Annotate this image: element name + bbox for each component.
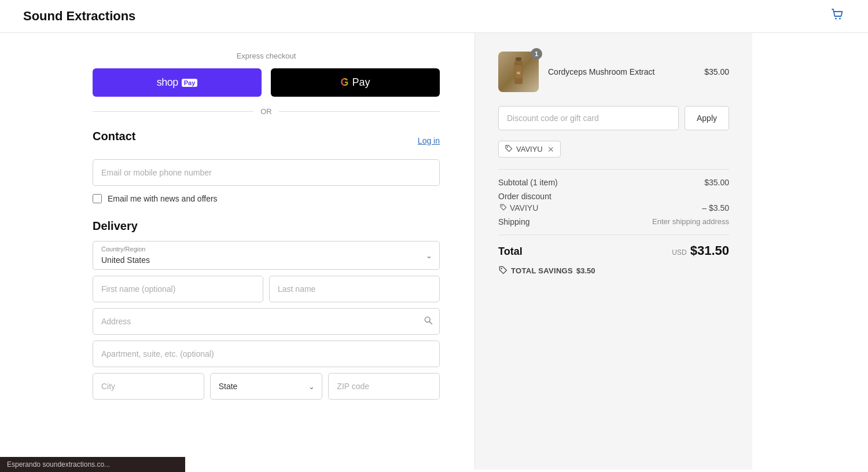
contact-section: Contact Log in Email me with news and of… [93, 130, 440, 203]
newsletter-checkbox[interactable] [93, 194, 102, 203]
order-discount-label: Order discount [498, 192, 551, 201]
address-row [93, 308, 440, 335]
summary-section: Subtotal (1 item) $35.00 Order discount … [498, 169, 729, 276]
city-state-zip-row: State ⌄ [93, 373, 440, 405]
discount-code-input[interactable] [498, 106, 679, 130]
shop-pay-button[interactable]: shop Pay [93, 68, 262, 97]
vaviyu-discount-row: VAVIYU – $3.50 [498, 203, 729, 213]
delivery-section: Delivery Country/Region United States ⌄ [93, 219, 440, 405]
google-pay-button[interactable]: G Pay [271, 68, 440, 97]
product-price: $35.00 [704, 67, 729, 76]
svg-point-1 [839, 18, 841, 20]
country-select-wrapper: Country/Region United States ⌄ [93, 241, 440, 270]
newsletter-label: Email me with news and offers [108, 194, 218, 203]
google-pay-text: Pay [352, 76, 370, 89]
checkout-form-panel: Express checkout shop Pay G Pay OR Conta… [0, 33, 475, 470]
total-label: Total [498, 246, 523, 258]
svg-point-8 [507, 147, 508, 148]
shop-pay-shop-text: shop [157, 76, 178, 89]
address-input[interactable] [93, 308, 440, 335]
apply-button[interactable]: Apply [685, 106, 729, 130]
vaviyu-label: VAVIYU [499, 203, 538, 213]
contact-title: Contact [93, 130, 135, 143]
svg-point-10 [501, 268, 502, 269]
product-info: Cordyceps Mushroom Extract [548, 67, 695, 76]
shop-pay-badge: Pay [182, 79, 198, 87]
subtotal-row: Subtotal (1 item) $35.00 [498, 178, 729, 187]
zip-input[interactable] [328, 373, 440, 400]
last-name-row [269, 276, 440, 302]
total-savings-row: TOTAL SAVINGS $3.50 [498, 265, 729, 276]
vaviyu-tag-icon [499, 203, 507, 213]
subtotal-label: Subtotal (1 item) [498, 178, 558, 187]
svg-rect-4 [516, 57, 521, 61]
product-name: Cordyceps Mushroom Extract [548, 67, 695, 76]
savings-amount: $3.50 [576, 266, 595, 275]
shipping-value: Enter shipping address [652, 217, 729, 226]
status-bar: Esperando soundextractions.co... [0, 457, 185, 470]
discount-amount: – $3.50 [702, 203, 729, 213]
order-summary-panel: SE 1 Cordyceps Mushroom Extract $35.00 A… [475, 33, 752, 470]
product-image-wrap: SE 1 [498, 52, 539, 92]
cart-button[interactable] [830, 7, 845, 25]
email-input-row [93, 159, 440, 186]
subtotal-value: $35.00 [704, 178, 729, 187]
contact-section-header: Contact Log in [93, 130, 440, 151]
bottle-icon: SE [510, 57, 527, 86]
discount-code-row: Apply [498, 106, 729, 130]
svg-text:SE: SE [517, 71, 521, 75]
city-input[interactable] [93, 373, 204, 400]
tag-icon [505, 144, 513, 154]
svg-point-9 [502, 206, 503, 207]
site-header: Sound Extractions [0, 0, 868, 33]
delivery-title: Delivery [93, 219, 440, 233]
total-amount-wrap: USD $31.50 [672, 243, 729, 258]
usd-label: USD [672, 248, 686, 257]
savings-label: TOTAL SAVINGS [511, 266, 573, 275]
express-checkout-section: Express checkout shop Pay G Pay OR [93, 52, 440, 116]
country-label: Country/Region [101, 246, 145, 253]
status-bar-text: Esperando soundextractions.co... [7, 460, 110, 469]
apartment-input[interactable] [93, 341, 440, 367]
email-input[interactable] [93, 159, 440, 186]
first-name-row [93, 276, 263, 302]
google-pay-g: G [340, 76, 348, 89]
total-amount: $31.50 [690, 243, 729, 258]
main-layout: Express checkout shop Pay G Pay OR Conta… [0, 33, 868, 470]
last-name-input[interactable] [269, 276, 440, 302]
vaviyu-code-label: VAVIYU [510, 203, 538, 213]
svg-point-0 [835, 18, 837, 20]
state-select-wrapper: State ⌄ [210, 373, 323, 400]
log-in-button[interactable]: Log in [418, 136, 440, 145]
state-select[interactable]: State [211, 374, 322, 399]
total-row: Total USD $31.50 [498, 235, 729, 258]
coupon-tag: VAVIYU ✕ [498, 141, 561, 158]
product-badge-count: 1 [531, 48, 542, 60]
newsletter-row: Email me with news and offers [93, 194, 440, 203]
express-buttons-row: shop Pay G Pay [93, 68, 440, 97]
first-name-input[interactable] [93, 276, 263, 302]
shipping-label: Shipping [498, 217, 530, 226]
shipping-row: Shipping Enter shipping address [498, 217, 729, 226]
or-divider: OR [93, 107, 440, 116]
express-checkout-label: Express checkout [93, 52, 440, 60]
site-title: Sound Extractions [23, 9, 135, 24]
city-row [93, 373, 204, 400]
coupon-code-text: VAVIYU [516, 145, 543, 153]
savings-icon [498, 265, 507, 276]
cart-icon [830, 7, 845, 22]
name-row [93, 276, 440, 308]
coupon-remove-button[interactable]: ✕ [547, 145, 554, 154]
order-discount-row: Order discount [498, 192, 729, 201]
zip-row [328, 373, 440, 400]
apartment-row [93, 341, 440, 367]
product-row: SE 1 Cordyceps Mushroom Extract $35.00 [498, 52, 729, 92]
